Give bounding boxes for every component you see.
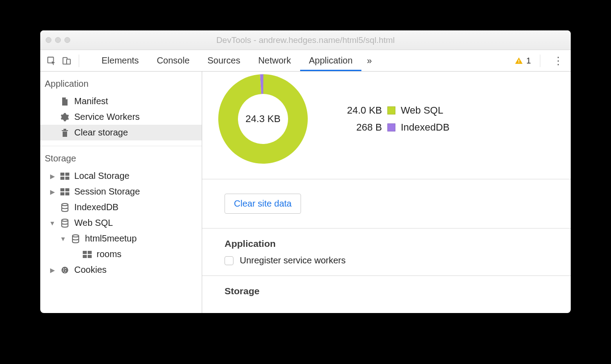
- legend-swatch: [387, 123, 395, 131]
- sidebar-item-label: Manifest: [74, 96, 108, 106]
- sidebar-item-local-storage[interactable]: ▶ Local Storage: [40, 168, 202, 184]
- warning-icon: [514, 56, 523, 65]
- tab-sources[interactable]: Sources: [199, 50, 249, 71]
- sidebar-item-label: Local Storage: [74, 171, 129, 181]
- chevron-down-icon: ▼: [60, 235, 66, 242]
- svg-rect-9: [60, 188, 64, 191]
- svg-point-14: [62, 219, 68, 221]
- tab-label: Sources: [208, 55, 240, 66]
- svg-rect-8: [65, 177, 69, 180]
- button-label: Clear site data: [234, 199, 292, 208]
- main: Application ▶ Manifest ▶ Service Workers…: [40, 72, 571, 313]
- svg-rect-2: [67, 59, 70, 64]
- sidebar-item-session-storage[interactable]: ▶ Session Storage: [40, 184, 202, 199]
- svg-point-22: [65, 268, 66, 269]
- legend-value: 24.0 KB: [342, 105, 382, 116]
- table-icon: [60, 171, 70, 181]
- content: 24.3 KB 24.0 KB Web SQL 268 B IndexedDB: [202, 72, 571, 313]
- svg-point-15: [72, 235, 79, 237]
- device-toggle-icon[interactable]: [61, 55, 72, 67]
- svg-point-23: [63, 270, 64, 271]
- tab-label: Console: [157, 55, 189, 66]
- trash-icon: [60, 128, 70, 138]
- content-section-storage: Storage: [202, 276, 571, 303]
- unregister-sw-checkbox[interactable]: [225, 256, 233, 265]
- tab-label: Elements: [102, 55, 139, 66]
- legend-value: 268 B: [342, 122, 382, 133]
- sidebar-item-label: Web SQL: [74, 218, 113, 228]
- legend-swatch: [387, 106, 395, 114]
- legend-label: IndexedDB: [401, 122, 450, 133]
- table-icon: [60, 187, 70, 197]
- sidebar-item-label: rooms: [97, 249, 122, 259]
- inspect-element-icon[interactable]: [46, 55, 57, 67]
- database-icon: [71, 234, 81, 244]
- database-icon: [60, 203, 70, 212]
- sidebar-item-label: Clear storage: [74, 127, 128, 138]
- chevron-right-icon: ▶: [49, 188, 55, 195]
- svg-point-24: [65, 270, 66, 271]
- checkbox-label: Unregister service workers: [240, 255, 346, 266]
- tab-label: Network: [258, 55, 291, 66]
- sidebar-item-label: Cookies: [74, 265, 106, 275]
- toolbar-tabs: Elements Console Sources Network Applica…: [93, 50, 377, 71]
- svg-rect-17: [88, 251, 92, 254]
- svg-point-21: [63, 268, 64, 270]
- svg-rect-12: [65, 192, 69, 195]
- storage-usage-chart: 24.3 KB 24.0 KB Web SQL 268 B IndexedDB: [202, 72, 571, 179]
- legend-row-indexeddb: 268 B IndexedDB: [342, 122, 450, 133]
- svg-rect-19: [88, 255, 92, 258]
- cookie-icon: [60, 265, 70, 275]
- warning-count: 1: [526, 56, 531, 66]
- sidebar: Application ▶ Manifest ▶ Service Workers…: [40, 72, 202, 313]
- svg-rect-3: [519, 59, 520, 61]
- devtools-window: DevTools - andrew.hedges.name/html5/sql.…: [40, 30, 571, 313]
- document-icon: [60, 97, 70, 106]
- sidebar-item-label: Service Workers: [74, 112, 140, 122]
- svg-point-13: [62, 203, 68, 206]
- svg-rect-4: [519, 62, 520, 63]
- sidebar-item-clear-storage[interactable]: ▶ Clear storage: [40, 125, 202, 140]
- warnings-indicator[interactable]: 1: [514, 56, 531, 66]
- clear-site-data-button[interactable]: Clear site data: [225, 194, 301, 214]
- tab-network[interactable]: Network: [249, 50, 300, 71]
- tab-label: Application: [309, 55, 353, 66]
- svg-rect-6: [65, 173, 69, 176]
- unregister-sw-row[interactable]: Unregister service workers: [202, 255, 571, 275]
- storage-legend: 24.0 KB Web SQL 268 B IndexedDB: [342, 105, 450, 133]
- sidebar-section-application: Application: [40, 72, 202, 93]
- svg-rect-10: [65, 188, 69, 191]
- more-menu-button[interactable]: ⋮: [549, 55, 567, 67]
- pie-center-label: 24.3 KB: [246, 113, 280, 125]
- sidebar-item-indexeddb[interactable]: ▶ IndexedDB: [40, 199, 202, 215]
- titlebar: DevTools - andrew.hedges.name/html5/sql.…: [40, 30, 571, 50]
- svg-rect-11: [60, 192, 64, 195]
- sidebar-item-label: Session Storage: [74, 186, 140, 197]
- toolbar-right: 1 ⋮: [514, 55, 567, 67]
- close-window-button[interactable]: [46, 37, 51, 43]
- sidebar-item-web-sql-db-html5meetup[interactable]: ▼ html5meetup: [40, 231, 202, 246]
- legend-row-web-sql: 24.0 KB Web SQL: [342, 105, 450, 116]
- chevron-double-right-icon: »: [367, 55, 372, 66]
- toolbar: Elements Console Sources Network Applica…: [40, 50, 571, 72]
- window-title: DevTools - andrew.hedges.name/html5/sql.…: [40, 35, 571, 45]
- tab-elements[interactable]: Elements: [93, 50, 148, 71]
- toolbar-separator: [79, 55, 79, 67]
- table-icon: [82, 250, 92, 259]
- zoom-window-button[interactable]: [64, 37, 70, 43]
- tab-application[interactable]: Application: [300, 50, 362, 71]
- tabs-overflow-button[interactable]: »: [361, 50, 377, 71]
- sidebar-item-label: html5meetup: [85, 233, 137, 244]
- sidebar-item-service-workers[interactable]: ▶ Service Workers: [40, 109, 202, 125]
- tab-console[interactable]: Console: [148, 50, 198, 71]
- sidebar-item-web-sql[interactable]: ▼ Web SQL: [40, 215, 202, 231]
- clear-site-data-row: Clear site data: [202, 179, 571, 228]
- storage-pie: 24.3 KB: [216, 72, 310, 166]
- sidebar-item-cookies[interactable]: ▶ Cookies: [40, 262, 202, 278]
- legend-label: Web SQL: [401, 105, 443, 116]
- minimize-window-button[interactable]: [55, 37, 61, 43]
- kebab-icon: ⋮: [553, 55, 564, 67]
- sidebar-item-manifest[interactable]: ▶ Manifest: [40, 93, 202, 109]
- sidebar-item-web-sql-table-rooms[interactable]: ▶ rooms: [40, 246, 202, 262]
- gear-icon: [60, 112, 70, 122]
